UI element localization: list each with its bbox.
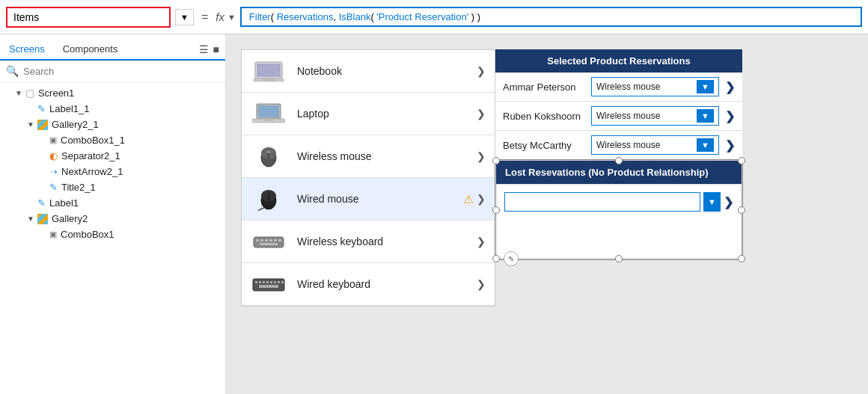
combobox-icon-2: ▣ [49,230,57,239]
lost-select-arrow[interactable]: ▼ [703,192,721,212]
reservation-nav-ammar[interactable]: ❯ [725,80,735,94]
reservation-value-ruben: Wireless mouse [596,111,660,121]
svg-rect-28 [270,281,272,283]
tree-label-label1: Label1 [49,197,79,209]
reservation-nav-ruben[interactable]: ❯ [725,109,735,123]
product-name-notebook: Notebook [297,65,477,77]
product-chevron-notebook: ❯ [477,65,486,77]
product-row-wireless-keyboard[interactable]: Wireless keyboard ❯ [242,221,495,263]
tree-label-title2-1: Title2_1 [61,182,96,193]
fx-label: fx [216,10,224,23]
lost-reservations-body: ▼ ❯ [496,184,742,259]
reservation-dropdown-ruben[interactable]: ▼ [697,109,714,123]
reservation-dropdown-betsy[interactable]: ▼ [697,138,714,152]
reservation-row-ruben: Ruben Kokshoorn Wireless mouse ▼ ❯ [495,102,742,131]
separator-icon: ◐ [49,150,58,161]
product-name-wireless-mouse: Wireless mouse [297,150,477,162]
product-row-wired-mouse[interactable]: Wired mouse ⚠ ❯ [242,178,495,221]
tree-item-separator2-1[interactable]: ◐ Separator2_1 [0,148,225,164]
lost-nav[interactable]: ❯ [724,195,733,209]
formula-paren3: ) ) [468,11,480,22]
svg-rect-19 [269,239,272,241]
tree-item-title2-1[interactable]: ✎ Title2_1 [0,179,225,195]
grid-view-icon[interactable]: ■ [213,43,219,55]
handle-right[interactable] [738,206,745,214]
svg-rect-25 [259,281,261,283]
reservation-select-ammar[interactable]: Wireless mouse ▼ [591,77,719,96]
reservation-value-betsy: Wireless mouse [596,140,660,150]
tree-item-combobox1[interactable]: ▣ ComboBox1 [0,227,225,242]
tree-label-label1-1: Label1_1 [49,103,90,114]
handle-br[interactable] [738,255,745,262]
handle-tl[interactable] [492,157,500,164]
svg-rect-21 [278,239,281,241]
equals-sign: = [198,10,211,24]
handle-tr[interactable] [738,157,745,164]
svg-point-11 [266,150,271,153]
product-name-wireless-keyboard: Wireless keyboard [297,236,477,247]
wkeyboard-image [251,228,287,255]
sidebar-search: 🔍 [0,61,225,82]
product-row-wired-keyboard[interactable]: Wired keyboard ❯ [242,263,495,306]
handle-bottom[interactable] [615,255,623,262]
tree-label-screen1: Screen1 [38,87,74,99]
fx-chevron[interactable]: ▼ [227,13,236,22]
formula-product: 'Product Reservation' [376,11,468,22]
handle-left[interactable] [492,206,500,214]
tab-components[interactable]: Components [60,39,121,59]
bkeyboard-svg [252,272,285,296]
formula-isblank: IsBlank [339,11,371,22]
tree-item-gallery2[interactable]: ▼ Gallery2 [0,211,225,227]
reservation-nav-betsy[interactable]: ❯ [725,138,735,153]
edit-handle[interactable]: ✎ [504,251,519,266]
tree-label-combobox1-1: ComboBox1_1 [61,135,125,146]
svg-rect-5 [258,105,279,117]
list-view-icon[interactable]: ☰ [199,43,209,55]
product-row-wireless-mouse[interactable]: Wireless mouse ❯ [242,135,495,178]
screen-icon: ▢ [25,87,34,99]
tree-item-screen1[interactable]: ▼ ▢ Screen1 [0,85,225,101]
handle-bl[interactable] [492,255,500,262]
product-chevron-wired-keyboard: ❯ [477,278,486,290]
reservation-select-betsy[interactable]: Wireless mouse ▼ [591,135,719,155]
reservation-row-betsy: Betsy McCarthy Wireless mouse ▼ ❯ [495,131,742,160]
tree-item-label1-1[interactable]: ✎ Label1_1 [0,101,225,117]
items-dropdown-arrow[interactable]: ▼ [175,9,194,25]
tab-screens[interactable]: Screens [6,39,48,61]
lost-select[interactable] [504,192,700,212]
warning-icon: ⚠ [463,192,474,206]
handle-top[interactable] [615,157,623,164]
product-row-notebook[interactable]: Notebook ❯ [242,50,495,93]
product-chevron-wireless-keyboard: ❯ [477,236,486,247]
product-list: Notebook ❯ Laptop ❯ [241,49,495,307]
reservation-select-ruben[interactable]: Wireless mouse ▼ [591,106,719,126]
svg-rect-22 [260,243,278,245]
product-row-laptop[interactable]: Laptop ❯ [242,93,495,135]
tree-item-combobox1-1[interactable]: ▣ ComboBox1_1 [0,132,225,148]
svg-rect-26 [263,281,265,283]
reservation-name-ruben: Ruben Kokshoorn [503,111,585,122]
svg-rect-30 [278,281,280,283]
search-input[interactable] [23,66,219,77]
reservation-value-ammar: Wireless mouse [596,81,660,92]
formula-box[interactable]: Filter( Reservations, IsBlank( 'Product … [240,7,862,27]
lost-select-row: ▼ ❯ [504,192,733,212]
tree-item-label1[interactable]: ✎ Label1 [0,195,225,211]
formula-fn: Filter [249,11,271,22]
laptop-svg [252,102,285,126]
sidebar-tabs: Screens Components ☰ ■ [0,34,225,61]
tree-item-nextarrow2-1[interactable]: ➝ NextArrow2_1 [0,164,225,179]
product-name-wired-keyboard: Wired keyboard [297,278,477,290]
tree-item-gallery2-1[interactable]: ▼ Gallery2_1 [0,117,225,132]
chevron-icon: ▼ [27,120,34,129]
tree-label-combobox1: ComboBox1 [61,229,114,240]
notebook-image [251,58,287,84]
lost-reservations-section: Lost Resevations (No Product Relationshi… [495,160,742,259]
sidebar: Screens Components ☰ ■ 🔍 ▼ ▢ Screen1 ✎ L… [0,34,226,394]
items-input[interactable]: Items [6,7,171,28]
label-icon-2: ✎ [49,182,58,193]
reservation-dropdown-ammar[interactable]: ▼ [697,80,714,93]
svg-rect-31 [281,281,284,283]
main-layout: Screens Components ☰ ■ 🔍 ▼ ▢ Screen1 ✎ L… [0,34,868,394]
svg-rect-3 [263,79,275,81]
